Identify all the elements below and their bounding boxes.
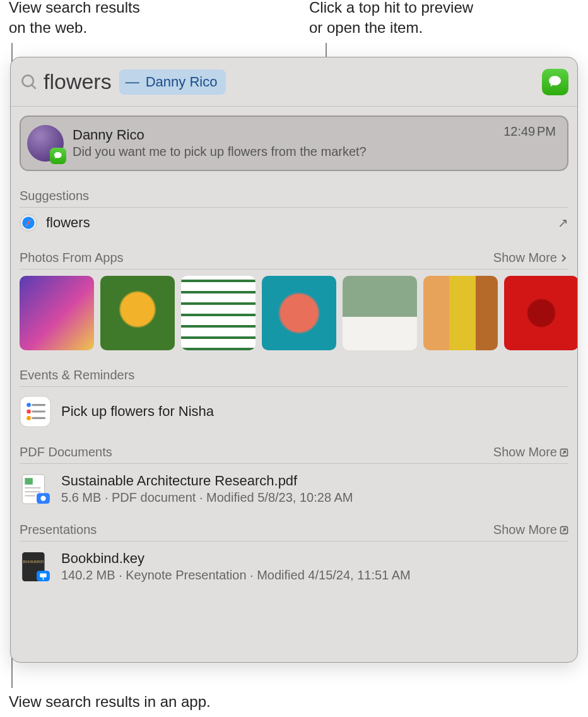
top-hit-time: 12:49 PM — [503, 124, 556, 139]
callout-web-search: View search results on the web. — [9, 0, 198, 39]
callout-top-hit: Click a top hit to preview or open the i… — [309, 0, 536, 39]
file-meta: 140.2 MB · Keynote Presentation · Modifi… — [61, 568, 411, 583]
pdf-file-row[interactable]: Sustainable Architecture Research.pdf 5.… — [20, 464, 568, 505]
file-text: Bookbind.key 140.2 MB · Keynote Presenta… — [61, 550, 411, 583]
open-external-icon — [560, 526, 568, 535]
speech-bubble-icon — [53, 151, 63, 161]
file-title: Bookbind.key — [61, 550, 411, 567]
spotlight-window: flowers — Danny Rico Danny Rico Did you … — [10, 57, 578, 663]
file-meta: 5.6 MB · PDF document · Modified 5/8/23,… — [61, 490, 353, 505]
svg-point-7 — [26, 403, 31, 407]
keynote-file-icon: BOOKBIND — [20, 551, 51, 583]
results-pane: Danny Rico Did you want me to pick up fl… — [11, 107, 577, 662]
svg-text:BOOKBIND: BOOKBIND — [23, 559, 44, 563]
search-bar[interactable]: flowers — Danny Rico — [11, 57, 577, 107]
callout-app-results: View search results in an app. — [9, 692, 324, 712]
file-title: Sustainable Architecture Research.pdf — [61, 473, 353, 489]
safari-icon — [20, 214, 37, 232]
svg-rect-15 — [25, 478, 33, 484]
suggestion-row[interactable]: flowers ↗ — [20, 208, 568, 233]
photo-thumb[interactable] — [100, 276, 175, 350]
show-more-label: Show More — [493, 445, 557, 459]
top-hit-text: Danny Rico Did you want me to pick up fl… — [73, 127, 503, 159]
speech-bubble-icon — [547, 74, 563, 90]
event-row[interactable]: Pick up flowers for Nisha — [20, 387, 568, 427]
top-hit-title: Danny Rico — [73, 127, 503, 143]
top-hit-preview: Did you want me to pick up flowers from … — [73, 144, 503, 160]
show-more-label: Show More — [493, 251, 557, 265]
reminders-icon — [20, 396, 51, 427]
photo-thumb[interactable] — [423, 276, 498, 350]
avatar — [27, 125, 64, 162]
search-completion-badge[interactable]: — Danny Rico — [119, 69, 226, 95]
messages-badge-icon — [50, 148, 66, 164]
svg-line-1 — [32, 85, 35, 88]
suggestion-text: flowers — [46, 215, 558, 231]
section-header-suggestions: Suggestions — [20, 189, 568, 208]
open-external-icon: ↗ — [558, 215, 568, 230]
svg-point-11 — [26, 416, 31, 420]
keynote-file-row[interactable]: BOOKBIND Bookbind.key 140.2 MB · Keynote… — [20, 542, 568, 583]
section-header-events: Events & Reminders — [20, 368, 568, 387]
search-icon — [20, 73, 38, 92]
show-more-pdf[interactable]: Show More — [493, 445, 568, 459]
section-title: Photos From Apps — [20, 251, 124, 265]
pdf-file-icon — [20, 473, 51, 505]
section-title: Events & Reminders — [20, 368, 134, 382]
chevron-right-icon — [560, 254, 568, 263]
photo-thumb[interactable] — [262, 276, 336, 350]
open-external-icon — [560, 448, 568, 457]
completion-name: Danny Rico — [146, 74, 218, 90]
section-title: Presentations — [20, 523, 97, 537]
section-header-presentations: Presentations Show More — [20, 523, 568, 542]
photo-strip — [20, 276, 568, 350]
photo-thumb[interactable] — [504, 276, 577, 350]
section-header-pdf: PDF Documents Show More — [20, 445, 568, 464]
photo-thumb[interactable] — [181, 276, 256, 350]
section-title: PDF Documents — [20, 445, 112, 459]
file-text: Sustainable Architecture Research.pdf 5.… — [61, 473, 353, 505]
show-more-photos[interactable]: Show More — [493, 251, 568, 265]
section-header-photos: Photos From Apps Show More — [20, 251, 568, 270]
section-title: Suggestions — [20, 189, 89, 203]
svg-point-20 — [40, 495, 45, 501]
top-hit-row[interactable]: Danny Rico Did you want me to pick up fl… — [20, 116, 568, 171]
messages-app-icon[interactable] — [542, 69, 568, 95]
search-query: flowers — [44, 69, 112, 94]
photo-thumb[interactable] — [343, 276, 417, 350]
svg-rect-25 — [40, 573, 46, 577]
photo-thumb[interactable] — [20, 276, 94, 350]
show-more-label: Show More — [493, 523, 557, 537]
completion-dash: — — [126, 74, 139, 90]
event-text: Pick up flowers for Nisha — [61, 403, 214, 420]
show-more-presentations[interactable]: Show More — [493, 523, 568, 537]
svg-point-9 — [26, 410, 31, 414]
svg-point-0 — [22, 75, 33, 86]
